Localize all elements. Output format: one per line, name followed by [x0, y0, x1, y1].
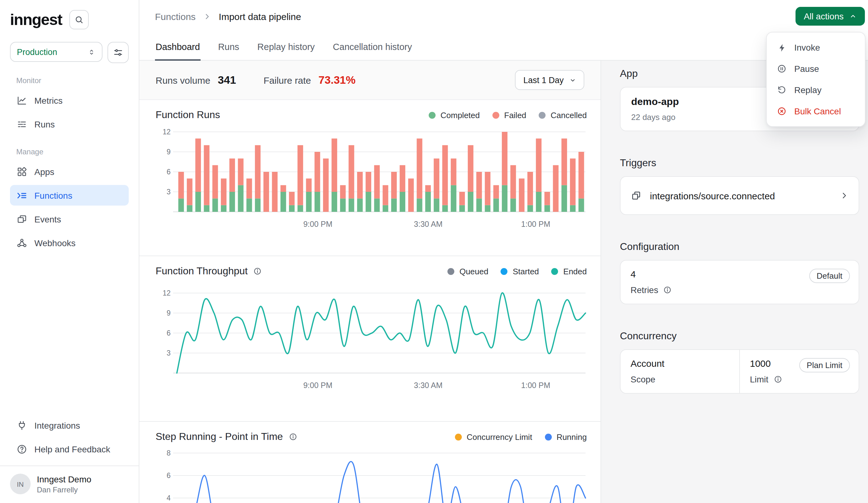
sidebar-item-integrations[interactable]: Integrations — [10, 415, 129, 435]
search-icon — [75, 15, 84, 24]
failure-rate-value: 73.31% — [318, 73, 355, 86]
cancel-circle-icon — [777, 106, 787, 116]
info-icon[interactable] — [288, 432, 297, 441]
function-throughput-chart: 129639:00 PM3:30 AM1:00 PM — [156, 286, 587, 392]
event-copy-icon — [631, 190, 642, 201]
plan-limit-badge: Plan Limit — [799, 358, 850, 372]
inngest-logo: inngest — [10, 11, 62, 29]
function-throughput-title: Function Throughput — [156, 266, 248, 277]
tab-runs[interactable]: Runs — [217, 42, 240, 61]
webhooks-icon — [16, 237, 28, 248]
nav-section-manage: Manage — [16, 147, 129, 156]
user-menu[interactable]: IN Inngest Demo Dan Farrelly — [0, 465, 139, 497]
concurrency-card: Account Scope 1000 Limit Plan Limit — [620, 349, 859, 394]
stats-bar: Runs volume 341 Failure rate 73.31% Last… — [140, 61, 600, 100]
environment-settings-button[interactable] — [107, 42, 129, 63]
svg-text:9:00 PM: 9:00 PM — [303, 220, 332, 228]
running-dot — [545, 433, 551, 440]
retries-label: Retries — [631, 285, 658, 295]
sidebar-item-label: Integrations — [34, 420, 80, 430]
sidebar-item-functions[interactable]: Functions — [10, 185, 129, 206]
sidebar-item-metrics[interactable]: Metrics — [10, 90, 129, 111]
time-range-select[interactable]: Last 1 Day — [515, 70, 584, 90]
failure-rate-label: Failure rate — [264, 75, 311, 85]
tab-cancellation-history[interactable]: Cancellation history — [332, 42, 412, 61]
breadcrumb-functions[interactable]: Functions — [155, 11, 196, 22]
menu-item-label: Bulk Cancel — [794, 106, 841, 116]
environment-select[interactable]: Production — [10, 42, 103, 62]
tab-replay-history[interactable]: Replay history — [257, 42, 316, 61]
step-running-section: Step Running - Point in Time Concurrency… — [140, 422, 600, 503]
dashboard-main: Runs volume 341 Failure rate 73.31% Last… — [140, 61, 601, 503]
function-runs-section: Function Runs Completed Failed Cancelled… — [140, 100, 600, 256]
sidebar-item-apps[interactable]: Apps — [10, 161, 129, 182]
breadcrumb: Functions Import data pipeline — [155, 11, 301, 22]
menu-item-replay[interactable]: Replay — [767, 79, 865, 101]
svg-text:1:00 PM: 1:00 PM — [521, 220, 550, 228]
trigger-event-name: integrations/source.connected — [650, 190, 832, 201]
svg-text:8: 8 — [166, 450, 170, 457]
retries-card: 4 Retries Default — [620, 260, 859, 304]
svg-text:3:30 AM: 3:30 AM — [414, 381, 443, 390]
legend-label: Ended — [564, 267, 587, 276]
chevron-down-icon — [569, 76, 576, 83]
all-actions-button[interactable]: All actions — [796, 7, 865, 25]
svg-text:9: 9 — [166, 309, 170, 317]
sidebar-item-label: Apps — [34, 166, 54, 176]
all-actions-menu: Invoke Pause Replay Bulk Cancel — [766, 32, 866, 127]
sidebar-item-label: Help and Feedback — [34, 444, 110, 454]
trigger-card[interactable]: integrations/source.connected — [620, 176, 859, 215]
page-header: Functions Import data pipeline Dashboard… — [140, 0, 868, 61]
tab-bar: Dashboard Runs Replay history Cancellati… — [155, 42, 412, 61]
menu-item-invoke[interactable]: Invoke — [767, 37, 865, 58]
sidebar-item-label: Webhooks — [34, 238, 76, 248]
info-icon[interactable] — [663, 286, 672, 294]
inngest-dashboard: inngest Production Monitor — [0, 0, 868, 503]
legend-label: Completed — [441, 110, 480, 120]
environment-name: Production — [17, 47, 57, 57]
replay-icon — [777, 85, 787, 95]
nav-section-monitor: Monitor — [16, 76, 129, 85]
tab-dashboard[interactable]: Dashboard — [155, 42, 200, 61]
triggers-heading: Triggers — [620, 157, 859, 169]
chevron-right-icon — [840, 191, 849, 200]
sidebar-item-label: Functions — [34, 190, 72, 200]
menu-item-label: Invoke — [794, 42, 820, 52]
menu-item-pause[interactable]: Pause — [767, 58, 865, 79]
page-title: Import data pipeline — [219, 11, 301, 22]
info-icon[interactable] — [254, 267, 262, 276]
menu-item-label: Pause — [794, 64, 819, 74]
svg-text:6: 6 — [166, 168, 170, 176]
sidebar: inngest Production Monitor — [0, 0, 140, 503]
scope-value: Account — [631, 358, 729, 369]
concurrency-limit-dot — [455, 433, 462, 440]
step-running-legend: Concurrency Limit Running — [455, 432, 587, 441]
sidebar-item-label: Events — [34, 214, 61, 224]
menu-item-bulk-cancel[interactable]: Bulk Cancel — [767, 101, 865, 122]
sidebar-item-help[interactable]: Help and Feedback — [10, 439, 129, 459]
failed-dot — [493, 112, 499, 119]
configuration-heading: Configuration — [620, 241, 859, 253]
sidebar-item-runs[interactable]: Runs — [10, 114, 129, 134]
search-button[interactable] — [70, 10, 89, 29]
user-name: Dan Farrelly — [37, 485, 91, 494]
sidebar-item-events[interactable]: Events — [10, 209, 129, 229]
function-details-panel: App demo-app 22 days ago Triggers integr… — [601, 61, 868, 503]
chevron-up-icon — [849, 12, 857, 20]
completed-dot — [429, 112, 436, 119]
svg-text:1:00 PM: 1:00 PM — [521, 381, 550, 390]
default-badge: Default — [809, 269, 850, 283]
function-throughput-section: Function Throughput Queued Started Ended… — [140, 256, 600, 422]
info-icon[interactable] — [773, 375, 782, 384]
step-running-chart: 864 — [156, 450, 587, 503]
apps-icon — [16, 166, 28, 177]
ended-dot — [551, 268, 558, 275]
menu-item-label: Replay — [794, 85, 822, 95]
sidebar-footer: Integrations Help and Feedback IN Innges… — [10, 415, 129, 497]
limit-label: Limit — [750, 374, 768, 384]
function-throughput-legend: Queued Started Ended — [447, 267, 587, 276]
queued-dot — [447, 268, 454, 275]
legend-label: Queued — [459, 267, 488, 276]
runs-list-icon — [16, 119, 28, 130]
sidebar-item-webhooks[interactable]: Webhooks — [10, 233, 129, 253]
